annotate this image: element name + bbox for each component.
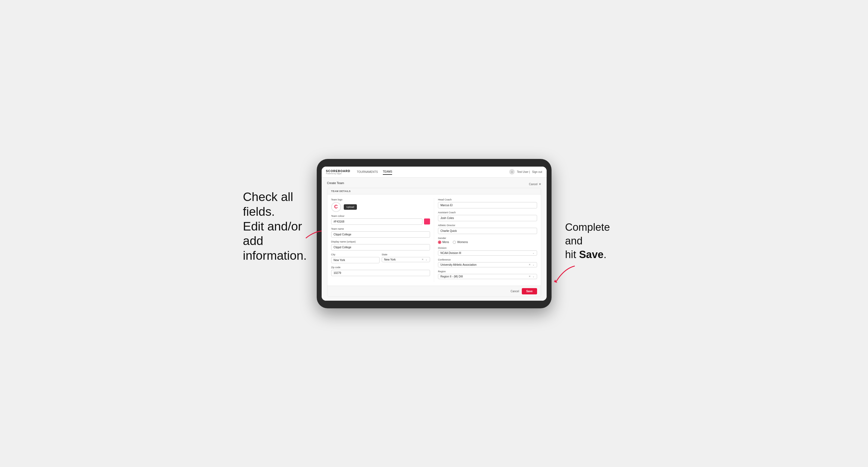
state-dropdown-icon[interactable]: ⌄: [425, 258, 428, 261]
conference-dropdown-icon[interactable]: ⌄: [532, 263, 535, 266]
head-coach-label: Head Coach: [438, 198, 537, 201]
cancel-top-button[interactable]: Cancel ✕: [529, 182, 541, 186]
display-name-group: Display name (unique): [331, 240, 430, 250]
athletic-director-group: Athletic Director: [438, 224, 537, 234]
team-name-label: Team name: [331, 227, 430, 230]
conference-label: Conference: [438, 258, 537, 261]
brand-logo: SCOREBOARD Powered by clippd: [326, 169, 350, 175]
conference-controls: ✕ ⌄: [529, 263, 535, 266]
gender-mens-radio[interactable]: [438, 241, 441, 244]
state-group: State New York ✕ ⌄: [382, 253, 430, 263]
assistant-coach-label: Assistant Coach: [438, 211, 537, 214]
conference-clear-icon[interactable]: ✕: [529, 263, 531, 266]
city-group: City: [331, 253, 379, 263]
region-group: Region Region II - (M) DIII ✕ ⌄: [438, 270, 537, 279]
team-logo-group: Team logo C Upload: [331, 198, 430, 212]
form-header-row: Create Team Cancel ✕: [327, 181, 541, 187]
state-select-controls: ✕ ⌄: [422, 258, 428, 261]
form-panel: TEAM DETAILS Team logo C Upload: [327, 188, 541, 297]
user-avatar: U: [509, 169, 515, 175]
close-icon: ✕: [539, 182, 541, 186]
save-button[interactable]: Save: [522, 288, 537, 294]
form-col-right: Head Coach Assistant Coach Athletic Dire…: [434, 198, 537, 282]
region-controls: ✕ ⌄: [529, 275, 535, 278]
zip-label: Zip code: [331, 266, 430, 269]
cancel-button[interactable]: Cancel: [510, 290, 519, 293]
logo-area: C Upload: [331, 202, 430, 212]
city-state-row: City State New York ✕ ⌄: [331, 253, 430, 266]
gender-mens-option[interactable]: Mens: [438, 241, 449, 244]
conference-value: University Athletic Association: [440, 263, 476, 266]
city-label: City: [331, 253, 379, 256]
region-clear-icon[interactable]: ✕: [529, 275, 531, 278]
navbar: SCOREBOARD Powered by clippd TOURNAMENTS…: [322, 166, 547, 178]
gender-label: Gender: [438, 237, 537, 240]
colour-swatch[interactable]: [424, 218, 430, 224]
tablet-screen: SCOREBOARD Powered by clippd TOURNAMENTS…: [322, 166, 547, 301]
gender-group: Gender Mens Womens: [438, 237, 537, 244]
division-select[interactable]: NCAA Division III ⌄: [438, 250, 537, 256]
state-clear-icon[interactable]: ✕: [422, 258, 424, 261]
form-footer: Cancel Save: [328, 286, 541, 297]
main-content: Create Team Cancel ✕ TEAM DETAILS Team: [322, 178, 547, 301]
upload-button[interactable]: Upload: [344, 204, 357, 210]
form-body: Team logo C Upload Team colour: [328, 194, 541, 286]
gender-womens-label: Womens: [457, 241, 468, 244]
annotation-right: Complete and hit Save.: [565, 220, 625, 261]
region-dropdown-icon[interactable]: ⌄: [532, 275, 535, 278]
nav-teams[interactable]: TEAMS: [383, 169, 392, 175]
team-name-input[interactable]: [331, 231, 430, 238]
team-colour-label: Team colour: [331, 215, 430, 217]
region-label: Region: [438, 270, 537, 273]
user-label: Test User |: [517, 170, 530, 174]
nav-tournaments[interactable]: TOURNAMENTS: [357, 169, 378, 175]
conference-group: Conference University Athletic Associati…: [438, 258, 537, 268]
signout-link[interactable]: Sign out: [532, 170, 542, 174]
division-label: Division: [438, 247, 537, 249]
brand-name: SCOREBOARD: [326, 169, 350, 173]
assistant-coach-input[interactable]: [438, 215, 537, 221]
division-value: NCAA Division III: [440, 251, 461, 254]
display-name-input[interactable]: [331, 244, 430, 250]
region-select[interactable]: Region II - (M) DIII ✕ ⌄: [438, 274, 537, 279]
athletic-director-input[interactable]: [438, 228, 537, 234]
gender-womens-radio[interactable]: [453, 241, 456, 244]
team-colour-group: Team colour: [331, 215, 430, 225]
state-label: State: [382, 253, 430, 256]
head-coach-group: Head Coach: [438, 198, 537, 208]
form-col-left: Team logo C Upload Team colour: [331, 198, 434, 282]
region-value: Region II - (M) DIII: [440, 275, 463, 278]
page-title: Create Team: [327, 181, 344, 185]
athletic-director-label: Athletic Director: [438, 224, 537, 227]
gender-radio-group: Mens Womens: [438, 241, 537, 244]
tablet-frame: SCOREBOARD Powered by clippd TOURNAMENTS…: [317, 159, 552, 308]
city-input[interactable]: [331, 257, 379, 263]
display-name-label: Display name (unique): [331, 240, 430, 243]
division-group: Division NCAA Division III ⌄: [438, 247, 537, 256]
colour-row: [331, 218, 430, 225]
zip-group: Zip code: [331, 266, 430, 276]
team-colour-input[interactable]: [331, 218, 423, 225]
division-dropdown-icon[interactable]: ⌄: [532, 251, 535, 254]
assistant-coach-group: Assistant Coach: [438, 211, 537, 221]
zip-input[interactable]: [331, 270, 430, 276]
state-select[interactable]: New York ✕ ⌄: [382, 257, 430, 262]
navbar-right: U Test User | Sign out: [509, 169, 542, 175]
gender-womens-option[interactable]: Womens: [453, 241, 468, 244]
section-header: TEAM DETAILS: [328, 188, 541, 194]
logo-circle: C: [331, 202, 341, 212]
team-logo-label: Team logo: [331, 198, 430, 201]
brand-sub: Powered by clippd: [326, 173, 350, 175]
state-value: New York: [384, 258, 396, 261]
conference-select[interactable]: University Athletic Association ✕ ⌄: [438, 262, 537, 268]
gender-mens-label: Mens: [442, 241, 449, 244]
arrow-right-icon: [550, 263, 578, 285]
head-coach-input[interactable]: [438, 202, 537, 208]
team-name-group: Team name: [331, 227, 430, 238]
